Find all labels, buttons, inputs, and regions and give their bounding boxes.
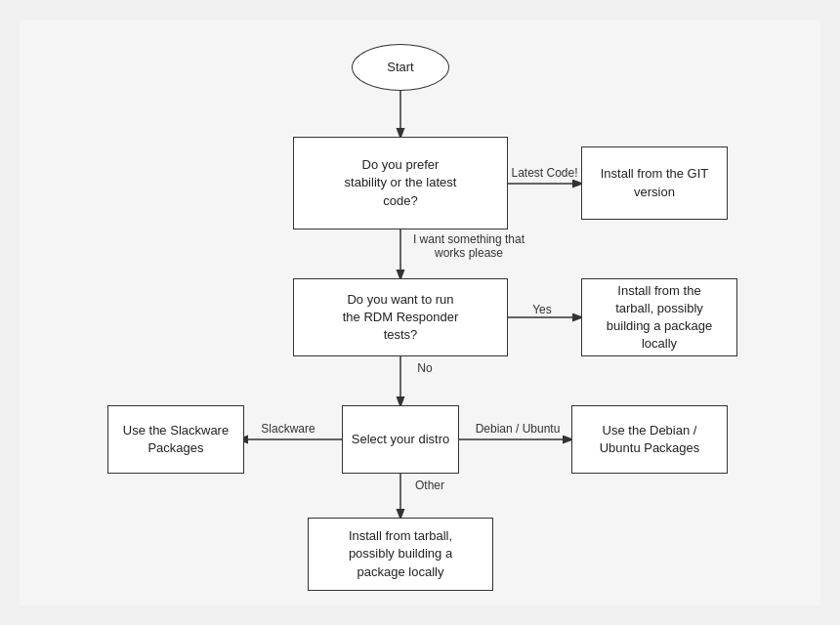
debian-edge-label: Debian / Ubuntu (464, 422, 571, 436)
select-distro-label: Select your distro (352, 431, 449, 448)
git-install-label: Install from the GITversion (601, 165, 709, 200)
tarball2-node: Install from tarball,possibly building a… (308, 518, 493, 591)
stability-label: I want something that works please (405, 232, 532, 260)
start-node: Start (352, 44, 449, 91)
q2-node: Do you want to runthe RDM Respondertests… (293, 278, 508, 356)
git-install-node: Install from the GITversion (581, 146, 728, 220)
latest-code-label: Latest Code! (508, 166, 581, 180)
slackware-label: Use the SlackwarePackages (123, 422, 229, 457)
select-distro-node: Select your distro (342, 405, 459, 474)
slackware-node: Use the SlackwarePackages (107, 405, 244, 474)
slackware-edge-label: Slackware (249, 422, 327, 436)
tarball1-node: Install from thetarball, possiblybuildin… (581, 278, 737, 356)
q1-label: Do you preferstability or the latestcode… (345, 156, 457, 210)
yes-label: Yes (518, 303, 567, 316)
flowchart-diagram: Start Do you preferstability or the late… (20, 20, 820, 605)
tarball1-label: Install from thetarball, possiblybuildin… (607, 282, 712, 354)
start-label: Start (387, 59, 413, 76)
q1-node: Do you preferstability or the latestcode… (293, 137, 508, 229)
tarball2-label: Install from tarball,possibly building a… (349, 527, 452, 581)
debian-label: Use the Debian /Ubuntu Packages (600, 422, 700, 457)
debian-node: Use the Debian /Ubuntu Packages (571, 405, 728, 474)
q2-label: Do you want to runthe RDM Respondertests… (343, 291, 459, 345)
other-label: Other (405, 479, 454, 492)
no-label: No (405, 361, 444, 375)
